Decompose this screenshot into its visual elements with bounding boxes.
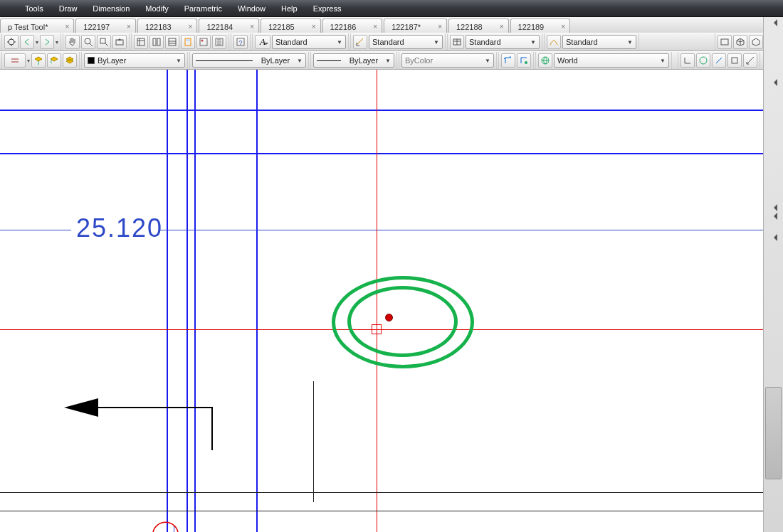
table-style-dropdown[interactable]: Standard▼ (466, 35, 540, 49)
drawing-line (0, 511, 763, 511)
doc-tab[interactable]: 122185× (261, 18, 321, 33)
close-icon[interactable]: × (250, 23, 254, 31)
svg-point-17 (525, 61, 527, 64)
doc-tab[interactable]: 122188× (448, 18, 509, 33)
doc-tab[interactable]: 122189× (510, 18, 571, 33)
layer-state-dropdown[interactable] (4, 53, 26, 68)
arc (149, 518, 185, 532)
close-icon[interactable]: × (561, 23, 565, 31)
menu-parametric[interactable]: Parametric (177, 4, 230, 13)
layer-prev-icon[interactable] (47, 53, 61, 68)
doc-tab[interactable]: p Test Tool*× (0, 18, 74, 33)
menu-window[interactable]: Window (230, 4, 273, 13)
properties-icon[interactable] (134, 35, 148, 49)
collapse-icon[interactable] (770, 79, 777, 86)
plot-color-dropdown[interactable]: ByColor▼ (401, 53, 494, 68)
sheetset-icon[interactable] (149, 35, 164, 49)
leader-arrow (64, 379, 221, 457)
collapse-icon[interactable] (770, 19, 777, 26)
quickcalc-icon[interactable] (212, 35, 226, 49)
text-style-dropdown[interactable]: Standard▼ (272, 35, 346, 49)
close-icon[interactable]: × (312, 23, 316, 31)
workspace-icon[interactable] (4, 35, 19, 49)
help-icon[interactable]: ? (233, 35, 248, 49)
drawing-line (0, 492, 763, 493)
collapse-icon[interactable] (770, 204, 777, 211)
dim-line (159, 230, 763, 230)
svg-point-11 (201, 40, 204, 42)
zoom-icon[interactable] (81, 35, 95, 49)
svg-rect-20 (732, 58, 737, 63)
lineweight-dropdown[interactable]: ByLayer▼ (313, 53, 394, 68)
svg-point-0 (9, 39, 14, 45)
svg-rect-10 (200, 38, 207, 46)
menu-modify[interactable]: Modify (137, 4, 176, 13)
ucs-dropdown[interactable]: World▼ (554, 53, 669, 68)
layer-manager-icon[interactable] (63, 53, 77, 68)
drawing-line (313, 381, 314, 502)
doc-tab[interactable]: 122186× (322, 18, 383, 33)
close-icon[interactable]: × (127, 23, 131, 31)
menu-dimension[interactable]: Dimension (85, 4, 137, 13)
pan-icon[interactable] (65, 35, 80, 49)
toolbar-row-1: ▾ ▾ ? A Standard▼ Standard▼ Standard▼ St… (0, 33, 783, 51)
doc-tab[interactable]: 122183× (137, 18, 198, 33)
zoom-window-icon[interactable] (97, 35, 111, 49)
tablestyle-icon[interactable] (450, 35, 464, 49)
tool-palettes-icon[interactable] (165, 35, 179, 49)
grid-line (0, 110, 763, 111)
document-tab-bar: p Test Tool*× 122197× 122183× 122184× 12… (0, 17, 783, 33)
zoom-previous-icon[interactable] (112, 35, 127, 49)
view-icon[interactable] (718, 35, 732, 49)
cube-icon[interactable] (733, 35, 747, 49)
grid-line (256, 70, 258, 532)
mlstyle-icon[interactable] (547, 35, 561, 49)
dimstyle-icon[interactable] (353, 35, 367, 49)
collapse-icon[interactable] (770, 213, 777, 220)
layer-filter-icon[interactable] (31, 53, 46, 68)
menu-tools[interactable]: Tools (17, 4, 51, 13)
ucs-tool-icon[interactable] (680, 53, 695, 68)
drawing-canvas[interactable]: 25.120 (0, 70, 763, 532)
ucs-object-icon[interactable] (712, 53, 726, 68)
ucs-view-icon[interactable] (727, 53, 742, 68)
dim-style-dropdown[interactable]: Standard▼ (369, 35, 443, 49)
ucs-icon[interactable] (501, 53, 515, 68)
layer-dropdown[interactable]: ByLayer ▼ (84, 53, 185, 68)
ucs-origin-icon[interactable] (743, 53, 757, 68)
close-icon[interactable]: × (500, 23, 504, 31)
close-icon[interactable]: × (438, 23, 442, 31)
ucs-prev-icon[interactable] (517, 53, 531, 68)
world-icon[interactable] (538, 53, 552, 68)
undo-button[interactable] (20, 35, 34, 49)
svg-rect-3 (116, 40, 123, 45)
multileader-style-dropdown[interactable]: Standard▼ (562, 35, 636, 49)
menu-express[interactable]: Express (305, 4, 350, 13)
layer-color-swatch (88, 57, 95, 64)
doc-tab[interactable]: 122184× (199, 18, 259, 33)
menu-help[interactable]: Help (273, 4, 305, 13)
svg-marker-21 (64, 398, 98, 417)
annotation-ellipse (347, 286, 458, 357)
text-style-icon[interactable]: A (255, 35, 270, 49)
close-icon[interactable]: × (189, 23, 193, 31)
calc-icon[interactable] (181, 35, 195, 49)
dimension-text: 25.120 (76, 213, 163, 243)
close-icon[interactable]: × (373, 23, 377, 31)
menu-draw[interactable]: Draw (51, 4, 85, 13)
close-icon[interactable]: × (65, 23, 69, 31)
svg-rect-4 (137, 38, 144, 46)
ucs-world-icon[interactable] (696, 53, 710, 68)
svg-rect-6 (157, 38, 160, 46)
svg-rect-16 (721, 39, 728, 45)
grid-line (194, 70, 196, 532)
scrollbar-thumb[interactable] (765, 387, 782, 479)
grid-line (167, 70, 168, 532)
linetype-dropdown[interactable]: ByLayer▼ (192, 53, 306, 68)
cube2-icon[interactable] (749, 35, 763, 49)
markup-icon[interactable] (196, 35, 211, 49)
doc-tab[interactable]: 122197× (75, 18, 136, 33)
redo-button[interactable] (40, 35, 54, 49)
doc-tab[interactable]: 122187*× (384, 18, 447, 33)
collapse-icon[interactable] (770, 234, 777, 241)
